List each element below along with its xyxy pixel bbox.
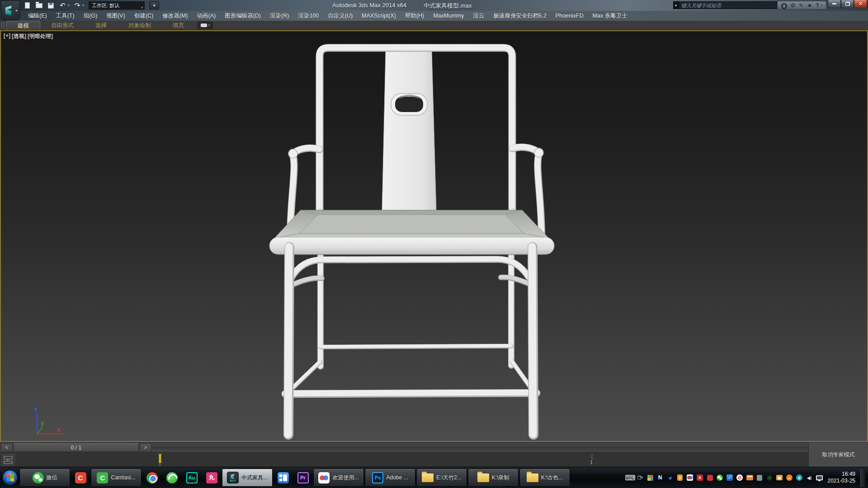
save-file-icon[interactable] [47,2,55,9]
previous-frame-button[interactable]: < [1,443,13,452]
minimize-button[interactable] [828,0,841,8]
menu-animation[interactable]: 动画(A) [192,11,220,21]
menu-customize[interactable]: 自定义(U) [323,11,357,21]
toolbar-overflow-button[interactable]: ▼ [149,1,159,9]
help-icon[interactable]: ? [816,3,819,8]
pen-signin-icon[interactable]: ✎ [799,3,803,8]
viewport-menu-label[interactable]: [+] [4,33,10,40]
time-slider-handle[interactable]: 0 / 1 [14,443,139,452]
menu-rendering[interactable]: 渲染(R) [265,11,293,21]
taskbar-folder-e[interactable]: E:\天竹2... [416,469,467,487]
mini-curve-editor-button[interactable] [1,454,15,466]
track-bar[interactable]: 0 1 [0,452,808,467]
camera-icon[interactable]: ▣ [775,474,784,482]
menu-help[interactable]: 帮助(H) [401,11,429,21]
keyboard-icon[interactable]: ⌨ [626,474,635,482]
new-scene-icon[interactable] [24,2,31,9]
ribbon-grip[interactable] [1,22,5,28]
red-badge-icon[interactable] [706,474,714,482]
open-file-icon[interactable] [35,2,43,9]
menu-create[interactable]: 创建(C) [130,11,158,21]
taskbar-clock[interactable]: 16:49 2021-03-25 [825,471,859,484]
taskbar-wechat[interactable]: 微信 [19,469,70,487]
taskbar-video-editor[interactable] [274,469,292,487]
menu-edit[interactable]: 编辑(E) [24,11,52,21]
undo-dropdown-icon[interactable]: ▾ [68,4,70,7]
show-hidden-icons[interactable]: ❒▾ [636,474,645,482]
usb-safe-icon[interactable]: ✓ [755,474,764,482]
menu-slim-archive[interactable]: 极速瘦身安全归档5.2 [489,11,551,21]
menu-maxmummy[interactable]: MaxMummy [429,11,468,21]
taskbar-folder-k-record[interactable]: K:\录制 [468,469,519,487]
search-input[interactable] [679,1,782,9]
taskbar-welcome-app[interactable]: 欢迎使用... [313,469,364,487]
close-button[interactable]: ✕ [854,0,867,8]
ribbon-minimize-button[interactable]: ▾ [198,22,213,29]
taskbar-3dsmax-active[interactable]: MAX 中式家具... [222,469,273,487]
tab-modeling[interactable]: 建模 [6,21,40,30]
dual-circles-icon[interactable] [686,474,694,482]
flame-icon[interactable]: ▲ [785,474,794,482]
help-dropdown-icon[interactable]: ▾ [821,3,822,8]
max-logo-button[interactable]: ▾ [1,0,20,20]
screenshot-window-icon[interactable] [745,474,754,482]
menu-render100[interactable]: 渲染100 [293,11,323,21]
tab-object-paint[interactable]: 对象绘制 [118,21,162,30]
pc-manager-icon[interactable]: ✓ [726,474,734,482]
wechat-tray-icon[interactable] [716,474,724,482]
taskbar-folder-k-antique[interactable]: K:\古色... [519,469,570,487]
favorites-star-icon[interactable]: ★ [807,3,812,8]
network-icon[interactable] [815,474,824,482]
menu-modifiers[interactable]: 修改器(M) [158,11,192,21]
undo-icon[interactable]: ↶ [59,2,66,9]
chair-humpback-stretcher [291,259,529,278]
usb-orange-icon[interactable]: Y [676,474,684,482]
perspective-viewport[interactable]: [+] [透视] [明暗处理] [0,30,868,442]
toolbox-icon[interactable] [646,474,655,482]
taskbar-chrome[interactable] [142,469,161,487]
max-taskbar-icon: MAX [227,472,239,483]
next-frame-button[interactable]: > [140,443,151,452]
taskbar-wan-app[interactable]: 丸 [202,469,221,487]
cancel-expert-mode-button[interactable]: 取消专家模式 [822,451,855,459]
menu-renderbus[interactable]: 渲云 [468,11,489,21]
current-frame-marker[interactable] [159,454,161,463]
viewport-shading-label[interactable]: [明暗处理] [28,33,53,40]
menu-graph-editors[interactable]: 图形编辑器(D) [220,11,265,21]
menu-tools[interactable]: 工具(T) [52,11,79,21]
editor-n-icon[interactable]: N [656,474,665,482]
chair-3d-model[interactable]: z x y [1,31,867,441]
taskbar-premiere[interactable]: Pr [293,469,312,487]
taskbar-audition[interactable]: Au [182,469,201,487]
menu-antivirus[interactable]: Max 杀毒卫士 [588,11,632,21]
volume-icon[interactable]: ◀) [805,474,814,482]
taskbar-camtasia[interactable]: C Camtasi... [91,469,142,487]
start-button[interactable] [1,469,19,487]
wrench-icon[interactable]: ⚙ [791,3,796,8]
chair-side-stretch-stubs [291,277,531,286]
taskbar-360-browser[interactable] [162,469,181,487]
taskbar-camtasia-red[interactable]: C [71,469,90,487]
workspace-dropdown[interactable]: 工作区: 默认 ▾ [89,1,145,9]
wifi-green-icon[interactable]: ◎ [765,474,774,482]
tab-selection[interactable]: 选择 [85,21,118,30]
redo-dropdown-icon[interactable]: ▾ [83,4,85,7]
show-desktop-button[interactable] [860,469,865,487]
search-binoculars-icon[interactable] [781,3,787,7]
tab-populate[interactable]: 填充 [162,21,195,30]
acrobat-icon[interactable]: A [696,474,704,482]
bird-blocked-icon[interactable]: ⊘ [736,474,744,482]
redo-icon[interactable]: ↷ [74,2,81,9]
restore-button[interactable] [841,0,854,8]
menu-maxscript[interactable]: MAXScript(X) [357,11,401,21]
time-slider-track[interactable] [153,447,807,449]
menu-phoenixfd[interactable]: PhoenixFD [551,11,588,21]
taskbar-photoshop[interactable]: Ps Adobe ... [365,469,415,487]
menu-views[interactable]: 视图(V) [102,11,130,21]
tab-freeform[interactable]: 自由形式 [40,21,85,30]
send-blue-icon[interactable]: ➤ [664,472,676,484]
search-flyout-arrow-icon[interactable]: ▸ [673,1,679,9]
viewport-view-label[interactable]: [透视] [12,33,26,40]
eset-icon[interactable]: e [795,474,804,482]
menu-group[interactable]: 组(G) [79,11,102,21]
